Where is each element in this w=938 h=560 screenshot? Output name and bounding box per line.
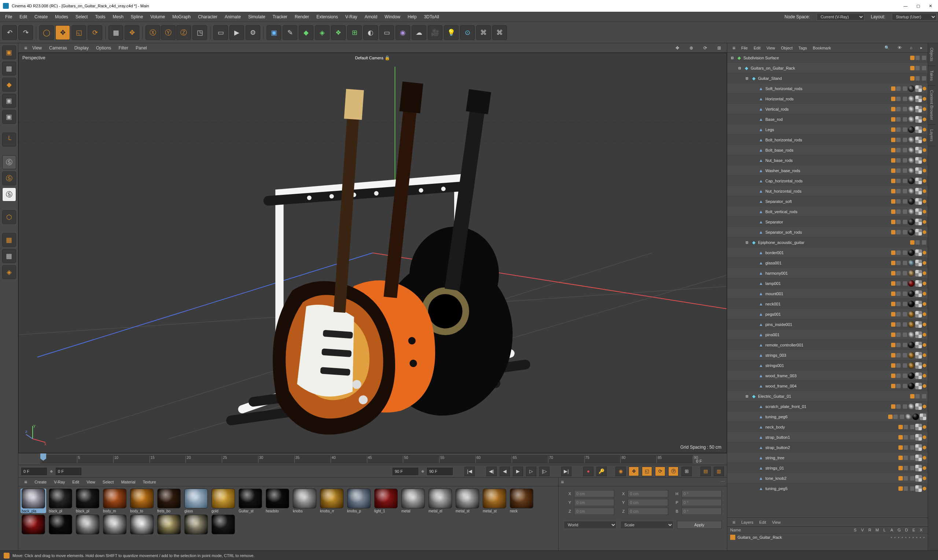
tree-row[interactable]: ▲lamp001 — [727, 278, 928, 289]
menu-create[interactable]: Create — [31, 13, 51, 21]
render-picture-button[interactable]: ▶ — [230, 25, 244, 40]
range-end-input[interactable] — [393, 468, 418, 475]
next-key-button[interactable]: |▷ — [539, 467, 549, 476]
om-menu-view[interactable]: View — [764, 45, 778, 51]
material-item[interactable] — [48, 515, 73, 534]
prev-frame-button[interactable]: ◀ — [500, 467, 510, 476]
redo-button[interactable]: ↷ — [19, 25, 33, 40]
menu-spline[interactable]: Spline — [127, 13, 147, 21]
material-item[interactable] — [102, 515, 128, 534]
goto-end-button[interactable]: ▶| — [561, 467, 571, 476]
tree-row[interactable]: ▲strings_003 — [727, 350, 928, 360]
vp-menu-view[interactable]: View — [29, 44, 45, 52]
menu-window[interactable]: Window — [381, 13, 404, 21]
mat-menu-create[interactable]: Create — [31, 479, 50, 485]
tree-row[interactable]: ⊟◆Epiphone_acoustic_guitar — [727, 237, 928, 248]
material-item[interactable]: frets_bo — [156, 489, 182, 513]
material-item[interactable] — [156, 515, 182, 534]
material-item[interactable]: light_1 — [373, 489, 399, 513]
rot-h-input[interactable] — [682, 490, 722, 497]
material-item[interactable]: body_m — [102, 489, 128, 513]
tree-row[interactable]: ▲tone_knob2 — [727, 473, 928, 483]
lay-menu-view[interactable]: View — [769, 519, 784, 526]
menu-extensions[interactable]: Extensions — [313, 13, 342, 21]
mat-menu-texture[interactable]: Texture — [139, 479, 160, 485]
menu-help[interactable]: Help — [404, 13, 420, 21]
tree-row[interactable]: ▲Cap_horizontal_rods — [727, 176, 928, 186]
edge-mode-button[interactable]: └ — [2, 132, 16, 146]
tree-row[interactable]: ▲Washer_base_rods — [727, 166, 928, 176]
mat-menu-v-ray[interactable]: V-Ray — [50, 479, 69, 485]
key-pos-button[interactable]: ✥ — [629, 467, 639, 476]
mat-menu-edit[interactable]: Edit — [69, 479, 83, 485]
material-item[interactable]: metal_st — [481, 489, 507, 513]
tree-row[interactable]: ▲Bolt_vertical_rods — [727, 206, 928, 217]
mat-menu-material[interactable]: Material — [117, 479, 139, 485]
minimize-button[interactable]: — — [904, 4, 907, 8]
tree-row[interactable]: ▲Nut_base_rods — [727, 155, 928, 166]
size-y-input[interactable] — [628, 499, 668, 506]
om-eye-icon[interactable]: 👁 — [895, 44, 905, 51]
material-item[interactable] — [210, 515, 236, 534]
dock-tab-content-browser[interactable]: Content Browser — [928, 86, 935, 125]
subdiv-button[interactable]: ◆ — [299, 25, 313, 40]
script2-button[interactable]: ⌘ — [492, 25, 507, 40]
tree-row[interactable]: ⊟◆Guitar_Stand — [727, 73, 928, 83]
tree-row[interactable]: ▲scratch_plate_front_01 — [727, 402, 928, 412]
axis-y-button[interactable]: Ⓨ — [161, 25, 176, 40]
material-item[interactable]: back_pla — [20, 489, 46, 513]
vp-nav2-icon[interactable]: ⊕ — [686, 44, 697, 52]
material-item[interactable] — [75, 515, 100, 534]
grid1-button[interactable]: ▦ — [2, 233, 16, 247]
lay-menu-layers[interactable]: Layers — [738, 519, 756, 526]
pos-z-input[interactable] — [574, 508, 614, 515]
tree-row[interactable]: ▲Horizontal_rods — [727, 94, 928, 104]
next-frame-button[interactable]: ▷ — [526, 467, 536, 476]
tree-row[interactable]: ▲remote_controller001 — [727, 340, 928, 350]
material-item[interactable]: neck — [509, 489, 534, 513]
om-search-icon[interactable]: 🔍 — [882, 44, 893, 51]
move-tool[interactable]: ✥ — [56, 25, 70, 40]
rot-p-input[interactable] — [682, 499, 722, 506]
material-item[interactable]: knobs_p — [346, 489, 372, 513]
vp-nav1-icon[interactable]: ✥ — [672, 44, 683, 52]
volume-button[interactable]: ❖ — [331, 25, 346, 40]
om-home-icon[interactable]: ⌂ — [907, 44, 915, 51]
vp-nav4-icon[interactable]: ⊞ — [714, 44, 725, 52]
material-item[interactable]: Guitar_st — [238, 489, 263, 513]
material-item[interactable]: glass — [183, 489, 209, 513]
tree-row[interactable]: ▲wood_frame_004 — [727, 381, 928, 391]
tree-row[interactable]: ▲neck001 — [727, 299, 928, 309]
pos-y-input[interactable] — [574, 499, 614, 506]
tree-row[interactable]: ▲strap_button2 — [727, 442, 928, 453]
axis-x-button[interactable]: Ⓧ — [145, 25, 160, 40]
dopesheet-button[interactable]: ▤ — [700, 467, 711, 476]
menu-modes[interactable]: Modes — [51, 13, 72, 21]
pos-x-input[interactable] — [574, 490, 614, 497]
vp-menu-panel[interactable]: Panel — [132, 44, 151, 52]
goto-start-button[interactable]: |◀ — [464, 467, 475, 476]
menu-render[interactable]: Render — [291, 13, 313, 21]
cloner-button[interactable]: ⊞ — [347, 25, 362, 40]
texture-mode-button[interactable]: ▦ — [2, 62, 16, 75]
material-item[interactable]: metal_st — [455, 489, 480, 513]
menu-volume[interactable]: Volume — [147, 13, 169, 21]
deformer-button[interactable]: ◉ — [395, 25, 410, 40]
render-view-button[interactable]: ▭ — [213, 25, 228, 40]
lay-menu-edit[interactable]: Edit — [756, 519, 769, 526]
play-button[interactable]: ▶ — [513, 467, 523, 476]
tree-row[interactable]: ▲strap_button1 — [727, 432, 928, 442]
snap-s1-button[interactable]: Ⓢ — [2, 155, 16, 169]
tree-row[interactable]: ▲Separator_soft — [727, 196, 928, 206]
rot-b-input[interactable] — [682, 508, 722, 515]
menu-character[interactable]: Character — [194, 13, 221, 21]
material-item[interactable]: headsto — [265, 489, 290, 513]
menu-arnold[interactable]: Arnold — [361, 13, 381, 21]
material-item[interactable] — [129, 515, 155, 534]
material-item[interactable]: black_pl — [75, 489, 100, 513]
material-item[interactable]: black_pl — [48, 489, 73, 513]
menu-file[interactable]: File — [2, 13, 16, 21]
om-arrow-icon[interactable]: ▸ — [918, 44, 926, 51]
menu-simulate[interactable]: Simulate — [244, 13, 269, 21]
material-item[interactable]: body_to — [129, 489, 155, 513]
